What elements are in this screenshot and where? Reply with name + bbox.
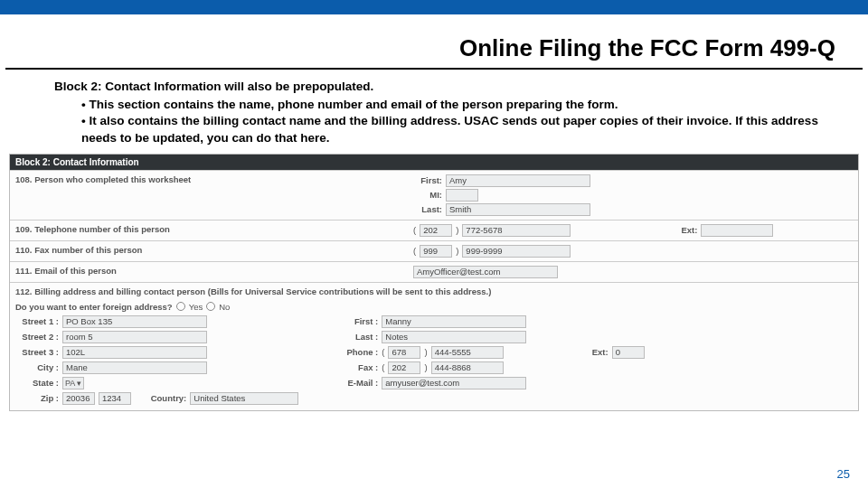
first-input[interactable]: Amy — [446, 174, 590, 187]
state-label: State : — [15, 378, 59, 388]
form-screenshot: Block 2: Contact Information 108. Person… — [9, 154, 859, 411]
phone-label: Phone : — [335, 347, 378, 357]
area-input[interactable]: 999 — [420, 245, 452, 258]
zip1-input[interactable]: 20036 — [62, 392, 95, 405]
street3-label: Street 3 : — [15, 347, 59, 357]
country-input[interactable]: United States — [190, 392, 298, 405]
intro-bullet: This section contains the name, phone nu… — [81, 97, 832, 113]
foreign-q: Do you want to enter foreign address? — [15, 302, 173, 312]
intro-lead: Block 2: Contact Information will also b… — [54, 80, 373, 93]
zip2-input[interactable]: 1234 — [99, 392, 131, 405]
intro-lead-bold: Block 2: — [54, 80, 102, 93]
blast-input[interactable]: Notes — [382, 331, 526, 343]
addr-right-col: First :Manny Last :Notes Phone :(678)444… — [335, 315, 644, 405]
row-111: 111. Email of this person AmyOfficer@tes… — [10, 261, 858, 282]
row-label: 110. Fax number of this person — [15, 245, 413, 255]
no-label: No — [219, 302, 230, 312]
mi-label: MI: — [413, 190, 442, 200]
addr-left-col: Street 1 :PO Box 135 Street 2 :room 5 St… — [15, 315, 298, 405]
row-label: 111. Email of this person — [15, 266, 413, 276]
intro-text: Block 2: Contact Information will also b… — [0, 70, 868, 154]
radio-yes[interactable] — [176, 302, 185, 311]
street1-input[interactable]: PO Box 135 — [62, 315, 207, 328]
last-label: Last: — [413, 204, 442, 214]
street3-input[interactable]: 102L — [62, 346, 207, 359]
bfirst-input[interactable]: Manny — [382, 315, 526, 328]
zip-label: Zip : — [15, 393, 59, 403]
country-label: Country: — [143, 393, 186, 403]
yes-label: Yes — [189, 302, 203, 312]
city-label: City : — [15, 362, 59, 372]
bemail-label: E-Mail : — [335, 378, 378, 388]
city-input[interactable]: Mane — [62, 361, 207, 374]
first-label: First: — [413, 175, 442, 185]
foreign-address-row: Do you want to enter foreign address? Ye… — [10, 300, 858, 314]
area-input[interactable]: 202 — [420, 224, 452, 237]
radio-no[interactable] — [206, 302, 215, 311]
phone-input[interactable]: 772-5678 — [462, 224, 571, 237]
row-112-header: 112. Billing address and billing contact… — [10, 282, 858, 300]
intro-lead-rest: Contact Information will also be prepopu… — [105, 80, 373, 93]
slide-top-bar — [0, 0, 868, 14]
block-header: Block 2: Contact Information — [10, 155, 858, 170]
email-input[interactable]: AmyOfficer@test.com — [413, 266, 558, 278]
fax-input[interactable]: 999-9999 — [462, 245, 571, 258]
state-select[interactable]: PA ▾ — [62, 377, 84, 389]
page-number: 25 — [837, 467, 850, 481]
fax-num-input[interactable]: 444-8868 — [431, 361, 504, 374]
mi-input[interactable] — [446, 189, 478, 202]
phone-ext-label: Ext: — [565, 347, 609, 357]
phone-ext-input[interactable]: 0 — [612, 346, 645, 359]
row-label: 109. Telephone number of this person — [15, 224, 413, 234]
last-input[interactable]: Smith — [446, 203, 590, 216]
bfirst-label: First : — [335, 316, 378, 326]
intro-bullet: It also contains the billing contact nam… — [81, 113, 832, 145]
street2-input[interactable]: room 5 — [62, 331, 207, 343]
row-110: 110. Fax number of this person (999) 999… — [10, 240, 858, 261]
phone-num-input[interactable]: 444-5555 — [431, 346, 504, 359]
row-108: 108. Person who completed this worksheet… — [10, 170, 858, 220]
blast-label: Last : — [335, 332, 378, 342]
street2-label: Street 2 : — [15, 332, 59, 342]
row-109: 109. Telephone number of this person (20… — [10, 220, 858, 240]
ext-input[interactable] — [701, 224, 773, 237]
row-label: 108. Person who completed this worksheet — [15, 174, 413, 184]
phone-area-input[interactable]: 678 — [388, 346, 420, 359]
page-title: Online Filing the FCC Form 499-Q — [5, 14, 863, 70]
address-block: Street 1 :PO Box 135 Street 2 :room 5 St… — [10, 314, 858, 410]
fax-label: Fax : — [335, 362, 378, 372]
bemail-input[interactable]: amyuser@test.com — [382, 377, 526, 389]
street1-label: Street 1 : — [15, 316, 59, 326]
ext-label: Ext: — [668, 225, 697, 235]
fax-area-input[interactable]: 202 — [388, 361, 420, 374]
